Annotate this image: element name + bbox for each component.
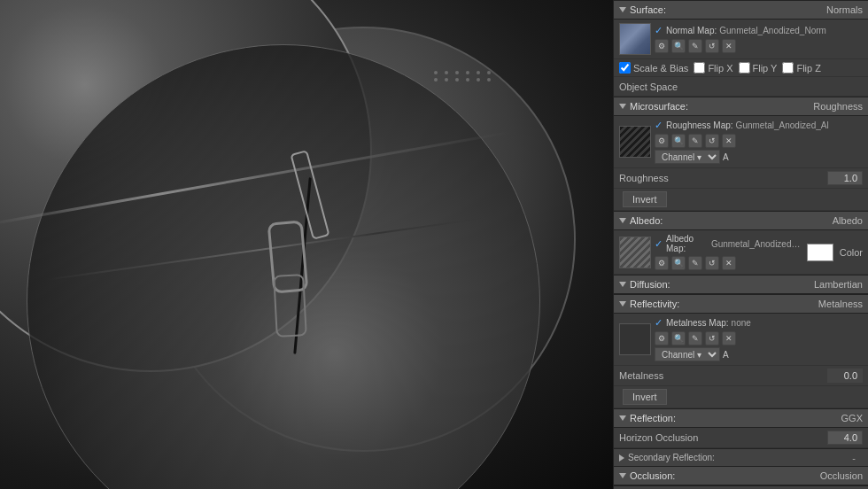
microsurface-section-header[interactable]: Microsurface: Roughness (614, 97, 868, 116)
microsurface-collapse-icon (619, 104, 626, 109)
secondary-reflection-header[interactable]: Secondary Reflection: - (614, 448, 868, 466)
normal-map-row: ✓ Normal Map: Gunmetal_Anodized_Norm ⚙ 🔍… (614, 19, 868, 59)
roughness-map-check: ✓ (655, 120, 663, 131)
roughness-value[interactable]: 1.0 (827, 171, 863, 185)
flip-z-label: Flip Z (796, 63, 821, 74)
metalness-map-search-btn[interactable]: 🔍 (671, 331, 686, 345)
roughness-map-row: ✓ Roughness Map: Gunmetal_Anodized_Al ⚙ … (614, 116, 868, 168)
metalness-map-close-btn[interactable]: ✕ (722, 331, 736, 345)
normal-map-edit-btn[interactable]: ✎ (688, 39, 702, 53)
albedo-collapse-icon (619, 218, 626, 223)
secondary-reflection-expand-icon (619, 454, 624, 462)
albedo-map-icons: ⚙ 🔍 ✎ ↺ ✕ (655, 256, 803, 270)
roughness-channel-value: A (723, 152, 729, 162)
roughness-map-icons: ⚙ 🔍 ✎ ↺ ✕ (655, 134, 863, 148)
flip-z-check-input[interactable] (782, 62, 794, 74)
diffusion-mode[interactable]: Lambertian (814, 279, 863, 290)
surface-collapse-icon (619, 7, 626, 12)
surface-section-header[interactable]: Surface: Normals (614, 0, 868, 19)
reflectivity-content: ✓ Metalness Map: none ⚙ 🔍 ✎ ↺ ✕ Channel … (614, 314, 868, 408)
right-panel: Surface: Normals ✓ Normal Map: Gunmetal_… (613, 0, 868, 489)
normal-map-gear-btn[interactable]: ⚙ (655, 39, 669, 53)
flip-z-checkbox[interactable]: Flip Z (782, 62, 821, 74)
flip-y-checkbox[interactable]: Flip Y (739, 62, 778, 74)
secondary-reflection-title: Secondary Reflection: (628, 453, 715, 462)
roughness-channel-row: Channel ▾ A (655, 150, 863, 164)
albedo-map-filename: Gunmetal_Anodized_Albed (711, 239, 803, 249)
mouse-dots (434, 71, 494, 82)
object-space-label: Object Space (619, 82, 863, 92)
albedo-map-search-btn[interactable]: 🔍 (671, 256, 686, 270)
reflectivity-section-header[interactable]: Reflectivity: Metalness (614, 294, 868, 314)
normal-map-refresh-btn[interactable]: ↺ (705, 39, 719, 53)
surface-title: Surface: (630, 4, 666, 15)
roughness-map-close-btn[interactable]: ✕ (722, 134, 736, 148)
roughness-channel-select[interactable]: Channel ▾ (655, 150, 720, 164)
occlusion-section-header[interactable]: Occlusion: Occlusion (614, 466, 868, 485)
albedo-map-row: ✓ Albedo Map: Gunmetal_Anodized_Albed ⚙ … (614, 230, 868, 275)
occlusion-title: Occlusion: (630, 470, 675, 481)
reflection-mode[interactable]: GGX (841, 413, 863, 423)
albedo-section-header[interactable]: Albedo: Albedo (614, 211, 868, 230)
albedo-map-refresh-btn[interactable]: ↺ (705, 256, 719, 270)
normal-map-check: ✓ (655, 25, 663, 36)
albedo-map-edit-btn[interactable]: ✎ (688, 256, 702, 270)
metalness-map-thumb (619, 323, 651, 355)
flip-y-label: Flip Y (753, 63, 778, 74)
albedo-map-thumb (619, 237, 651, 268)
metalness-map-edit-btn[interactable]: ✎ (688, 331, 702, 345)
horizon-occlusion-row: Horizon Occlusion 4.0 (614, 428, 868, 448)
emissive-header[interactable]: Emissive: - (614, 485, 868, 489)
roughness-value-row: Roughness 1.0 (614, 168, 868, 189)
metalness-map-gear-btn[interactable]: ⚙ (655, 331, 669, 345)
metalness-map-filename: none (732, 318, 751, 328)
reflectivity-mode[interactable]: Metalness (818, 299, 863, 309)
reflection-collapse-icon (619, 415, 626, 421)
object-space-row: Object Space (614, 77, 868, 97)
albedo-mode[interactable]: Albedo (833, 215, 863, 226)
diffusion-section-header[interactable]: Diffusion: Lambertian (614, 275, 868, 294)
metalness-label: Metalness (619, 370, 827, 381)
roughness-map-gear-btn[interactable]: ⚙ (655, 134, 669, 148)
roughness-map-label: Roughness Map: (666, 120, 733, 130)
albedo-map-close-btn[interactable]: ✕ (722, 256, 736, 270)
viewport-image (0, 0, 613, 489)
roughness-map-edit-btn[interactable]: ✎ (688, 134, 702, 148)
flip-x-check-input[interactable] (694, 62, 705, 74)
microsurface-mode[interactable]: Roughness (813, 101, 863, 112)
normal-map-thumb (619, 23, 651, 55)
albedo-title: Albedo: (630, 215, 663, 226)
metalness-invert-button[interactable]: Invert (623, 389, 667, 405)
metalness-value[interactable]: 0.0 (827, 369, 863, 383)
scale-bias-checkbox[interactable]: Scale & Bias (619, 62, 688, 74)
flip-y-check-input[interactable] (739, 62, 750, 74)
albedo-map-label: Albedo Map: (666, 234, 709, 253)
metalness-channel-select[interactable]: Channel ▾ (655, 347, 720, 361)
normal-map-info: ✓ Normal Map: Gunmetal_Anodized_Norm ⚙ 🔍… (655, 25, 863, 53)
reflectivity-collapse-icon (619, 301, 626, 307)
metalness-invert-row: Invert (614, 386, 868, 408)
albedo-content: ✓ Albedo Map: Gunmetal_Anodized_Albed ⚙ … (614, 230, 868, 275)
flip-x-checkbox[interactable]: Flip X (694, 62, 732, 74)
metalness-map-label: Metalness Map: (666, 318, 729, 328)
secondary-reflection-value: - (852, 453, 863, 463)
roughness-map-search-btn[interactable]: 🔍 (671, 134, 686, 148)
scale-bias-check-input[interactable] (619, 62, 631, 74)
normal-map-close-btn[interactable]: ✕ (722, 39, 736, 53)
metalness-value-row: Metalness 0.0 (614, 366, 868, 386)
roughness-map-filename: Gunmetal_Anodized_Al (736, 120, 829, 130)
mouse-clip-2 (273, 274, 307, 338)
horizon-occlusion-value[interactable]: 4.0 (827, 431, 863, 445)
roughness-invert-button[interactable]: Invert (623, 191, 667, 207)
viewport (0, 0, 613, 489)
roughness-map-refresh-btn[interactable]: ↺ (705, 134, 719, 148)
albedo-map-info: ✓ Albedo Map: Gunmetal_Anodized_Albed ⚙ … (655, 234, 803, 270)
metalness-map-info: ✓ Metalness Map: none ⚙ 🔍 ✎ ↺ ✕ Channel … (655, 317, 863, 361)
albedo-color-swatch[interactable] (807, 244, 833, 261)
surface-mode[interactable]: Normals (826, 4, 863, 15)
reflection-section-header[interactable]: Reflection: GGX (614, 408, 868, 428)
normal-map-search-btn[interactable]: 🔍 (671, 39, 686, 53)
occlusion-mode[interactable]: Occlusion (820, 470, 863, 481)
albedo-map-gear-btn[interactable]: ⚙ (655, 256, 669, 270)
metalness-map-refresh-btn[interactable]: ↺ (705, 331, 719, 345)
